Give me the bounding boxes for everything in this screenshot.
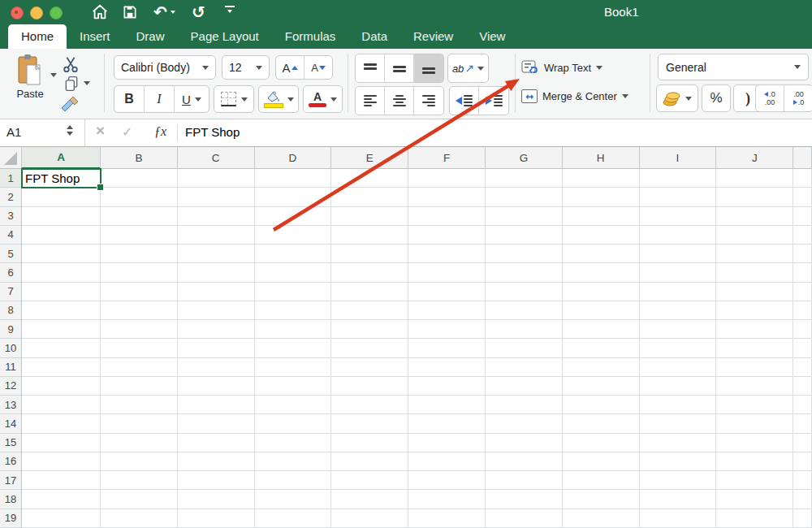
cell-D17[interactable] (255, 471, 332, 490)
cell-G14[interactable] (486, 414, 563, 433)
undo-icon[interactable]: ↶ (153, 2, 175, 22)
cell-D15[interactable] (255, 434, 332, 452)
copy-dropdown-caret[interactable] (84, 81, 90, 85)
cell-C10[interactable] (178, 339, 255, 357)
cancel-icon[interactable]: × (96, 122, 105, 140)
row-header-16[interactable]: 16 (0, 452, 22, 471)
row-header-7[interactable]: 7 (0, 283, 22, 301)
column-header-A[interactable]: A (22, 147, 101, 169)
cell-F9[interactable] (408, 320, 486, 339)
cell-B17[interactable] (101, 471, 178, 490)
column-header-J[interactable]: J (716, 147, 793, 169)
cell-G11[interactable] (486, 358, 563, 377)
select-all-corner[interactable] (0, 147, 22, 169)
column-header-G[interactable]: G (486, 147, 563, 169)
cell-C8[interactable] (178, 301, 255, 320)
cell-G13[interactable] (486, 396, 563, 414)
cell-B8[interactable] (101, 301, 178, 320)
cell-E10[interactable] (331, 339, 408, 357)
cell-partial[interactable] (793, 396, 812, 414)
cell-H5[interactable] (563, 245, 640, 263)
cell-E13[interactable] (331, 396, 408, 414)
accounting-format-button[interactable] (656, 84, 698, 112)
cell-C3[interactable] (178, 207, 255, 226)
column-header-F[interactable]: F (408, 147, 486, 169)
cut-icon[interactable] (62, 55, 80, 76)
row-header-8[interactable]: 8 (0, 301, 22, 320)
cell-J19[interactable] (716, 509, 793, 528)
minimize-window-button[interactable] (30, 6, 43, 19)
cell-J12[interactable] (716, 377, 793, 396)
cell-B3[interactable] (101, 207, 178, 226)
redo-icon[interactable]: ↺ (192, 2, 205, 22)
cell-partial[interactable] (793, 509, 812, 528)
cell-D9[interactable] (255, 320, 332, 339)
cell-partial[interactable] (793, 434, 812, 452)
format-painter-icon[interactable] (60, 95, 80, 116)
cell-H8[interactable] (563, 301, 640, 320)
cell-G4[interactable] (486, 226, 563, 245)
row-header-6[interactable]: 6 (0, 263, 22, 282)
cell-B19[interactable] (101, 509, 178, 528)
cell-B16[interactable] (101, 452, 178, 471)
cell-partial[interactable] (793, 452, 812, 471)
cell-F14[interactable] (408, 414, 486, 433)
cell-B14[interactable] (101, 414, 178, 433)
row-header-5[interactable]: 5 (0, 245, 22, 263)
cell-F2[interactable] (408, 188, 486, 206)
orientation-button[interactable]: ab → (447, 54, 489, 83)
cell-I10[interactable] (640, 339, 717, 357)
row-header-14[interactable]: 14 (0, 414, 22, 433)
cell-F5[interactable] (408, 245, 486, 263)
cell-A1[interactable]: FPT Shop (22, 169, 101, 188)
cell-I9[interactable] (640, 320, 717, 339)
save-icon[interactable] (122, 2, 138, 22)
cell-C18[interactable] (178, 490, 255, 509)
cell-H14[interactable] (563, 414, 640, 433)
cell-partial[interactable] (793, 377, 812, 396)
cell-D10[interactable] (255, 339, 332, 357)
tab-draw[interactable]: Draw (123, 24, 178, 49)
cell-I15[interactable] (640, 434, 717, 452)
cell-I17[interactable] (640, 471, 717, 490)
cell-D14[interactable] (255, 414, 332, 433)
cell-D19[interactable] (255, 509, 332, 528)
confirm-icon[interactable]: ✓ (122, 124, 132, 140)
cell-D18[interactable] (255, 490, 332, 509)
cell-J8[interactable] (716, 301, 793, 320)
cell-E7[interactable] (331, 283, 408, 301)
align-middle-button[interactable] (385, 54, 414, 82)
cell-G12[interactable] (486, 377, 563, 396)
cell-G7[interactable] (486, 283, 563, 301)
cell-J1[interactable] (716, 169, 793, 188)
name-box[interactable]: A1 (6, 125, 21, 139)
cell-J17[interactable] (716, 471, 793, 490)
row-header-10[interactable]: 10 (0, 339, 22, 357)
cell-A8[interactable] (22, 301, 101, 320)
align-top-button[interactable] (356, 54, 385, 82)
row-header-1[interactable]: 1 (0, 169, 22, 188)
tab-formulas[interactable]: Formulas (272, 24, 349, 49)
decrease-indent-button[interactable] (450, 87, 479, 115)
cell-G18[interactable] (486, 490, 563, 509)
cell-E17[interactable] (331, 471, 408, 490)
increase-font-size-button[interactable]: A (276, 56, 304, 79)
cell-I3[interactable] (640, 207, 717, 226)
paste-dropdown-caret[interactable] (50, 73, 57, 77)
cell-E1[interactable] (331, 169, 408, 188)
cell-A18[interactable] (22, 490, 101, 509)
home-icon[interactable] (91, 2, 109, 22)
percent-style-button[interactable]: % (702, 84, 731, 112)
cell-F10[interactable] (408, 339, 486, 357)
cell-D16[interactable] (255, 452, 332, 471)
cell-I18[interactable] (640, 490, 717, 509)
cell-C2[interactable] (178, 188, 255, 206)
row-header-15[interactable]: 15 (0, 434, 22, 452)
tab-view[interactable]: View (466, 24, 518, 49)
tab-page-layout[interactable]: Page Layout (178, 24, 272, 49)
cell-A3[interactable] (22, 207, 101, 226)
increase-decimal-button[interactable]: .0 .00 (756, 85, 784, 111)
cell-J7[interactable] (716, 283, 793, 301)
cell-E2[interactable] (331, 188, 408, 206)
cell-partial[interactable] (793, 301, 812, 320)
